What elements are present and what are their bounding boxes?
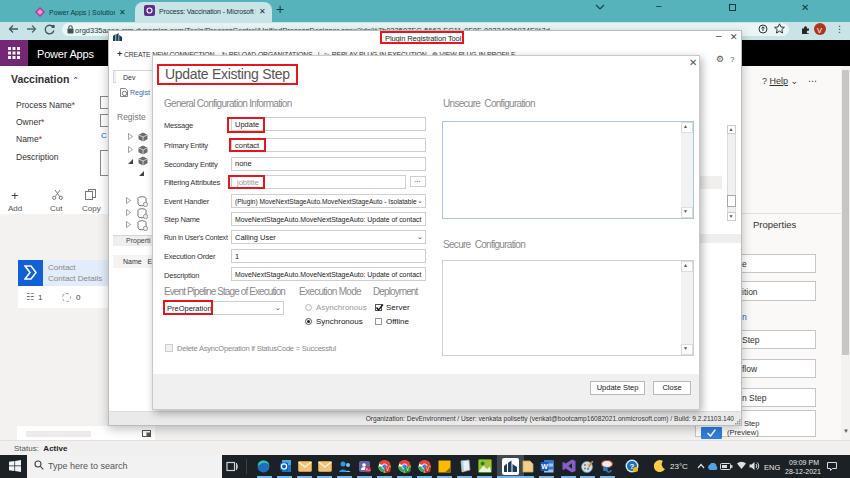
svg-text:9+: 9+ bbox=[365, 467, 370, 472]
svg-text:V: V bbox=[425, 467, 428, 472]
svg-text:W: W bbox=[541, 463, 548, 470]
svg-text:V: V bbox=[385, 467, 388, 472]
svg-text:V: V bbox=[405, 467, 408, 472]
